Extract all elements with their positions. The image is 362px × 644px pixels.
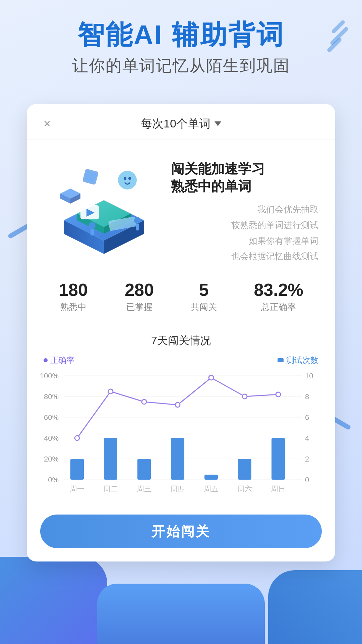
svg-text:60%: 60% [44, 413, 59, 422]
hero-section: 闯关能加速学习熟悉中的单词 我们会优先抽取 较熟悉的单词进行测试 如果你有掌握单… [27, 140, 335, 274]
svg-rect-43 [171, 438, 184, 480]
svg-point-18 [124, 177, 126, 180]
svg-point-47 [75, 436, 79, 440]
chart-container: 100% 80% 60% 40% 20% 0% 10 8 6 4 2 0 [40, 369, 322, 498]
card-header: × 每次10个单词 [27, 104, 335, 140]
svg-text:周一: 周一 [70, 485, 84, 493]
hero-description: 我们会优先抽取 较熟悉的单词进行测试 如果你有掌握单词 也会根据记忆曲线测试 [171, 202, 318, 264]
svg-text:40%: 40% [44, 434, 59, 442]
header-subtitle: 让你的单词记忆从陌生到巩固 [20, 55, 342, 76]
stat-familiar-label: 熟悉中 [59, 301, 88, 313]
svg-point-15 [134, 217, 141, 224]
svg-point-51 [209, 375, 214, 380]
svg-point-49 [142, 399, 146, 404]
main-card: × 每次10个单词 [27, 104, 335, 561]
svg-rect-16 [136, 224, 139, 230]
stat-familiar-number: 180 [59, 281, 88, 299]
session-label: 每次10个单词 [141, 116, 210, 131]
hero-illustration [44, 153, 164, 261]
header-title: 智能AI 辅助背词 [20, 20, 342, 50]
svg-text:80%: 80% [44, 392, 59, 401]
svg-text:0%: 0% [48, 476, 59, 484]
stat-mastered-number: 280 [125, 281, 154, 299]
chart-section: 7天闯关情况 正确率 测试次数 100% 80% 60% 40% 20% 0% [27, 323, 335, 504]
chart-title: 7天闯关情况 [40, 333, 322, 348]
stat-familiar: 180 熟悉中 [59, 281, 88, 313]
svg-text:0: 0 [305, 476, 309, 484]
svg-text:4: 4 [305, 434, 309, 442]
svg-text:周二: 周二 [103, 485, 118, 493]
legend-tests-label: 测试次数 [286, 355, 318, 366]
stat-challenges: 5 共闯关 [191, 281, 217, 313]
svg-point-50 [175, 402, 180, 407]
legend-accuracy: 正确率 [44, 355, 74, 366]
svg-rect-41 [104, 438, 117, 480]
hero-text: 闯关能加速学习熟悉中的单词 我们会优先抽取 较熟悉的单词进行测试 如果你有掌握单… [171, 153, 318, 264]
svg-text:周四: 周四 [170, 485, 185, 493]
legend-accuracy-label: 正确率 [50, 355, 74, 366]
svg-point-17 [118, 171, 137, 190]
stat-mastered: 280 已掌握 [125, 281, 154, 313]
svg-rect-46 [272, 438, 285, 480]
svg-point-48 [108, 389, 113, 394]
legend-tests: 测试次数 [278, 355, 318, 366]
start-button[interactable]: 开始闯关 [40, 515, 322, 548]
svg-point-19 [128, 177, 131, 180]
svg-text:6: 6 [305, 413, 309, 422]
svg-text:10: 10 [305, 372, 313, 380]
svg-point-13 [89, 222, 96, 229]
svg-text:周五: 周五 [204, 485, 219, 493]
session-selector[interactable]: 每次10个单词 [141, 116, 221, 131]
chevron-down-icon [215, 121, 221, 126]
svg-text:周三: 周三 [137, 485, 152, 493]
bottom-wave-center [97, 584, 265, 644]
svg-rect-42 [137, 459, 151, 480]
svg-text:100%: 100% [40, 372, 59, 380]
svg-rect-14 [90, 229, 94, 235]
legend-tests-rect [278, 358, 284, 362]
hero-heading: 闯关能加速学习熟悉中的单词 [171, 160, 318, 195]
svg-rect-45 [238, 459, 251, 480]
stat-challenges-number: 5 [191, 281, 217, 299]
stat-accuracy-label: 总正确率 [254, 301, 303, 313]
bottom-wave-right [268, 570, 362, 644]
svg-text:周六: 周六 [237, 485, 252, 493]
stat-mastered-label: 已掌握 [125, 301, 154, 313]
svg-text:周日: 周日 [271, 485, 286, 493]
svg-point-53 [276, 392, 281, 397]
bottom-wave-left [0, 557, 107, 644]
svg-rect-40 [70, 459, 84, 480]
stat-challenges-label: 共闯关 [191, 301, 217, 313]
header-section: 智能AI 辅助背词 让你的单词记忆从陌生到巩固 [0, 20, 362, 76]
svg-point-52 [242, 394, 247, 399]
svg-text:20%: 20% [44, 455, 59, 463]
legend-accuracy-dot [44, 358, 48, 362]
svg-text:2: 2 [305, 455, 309, 463]
chart-legend: 正确率 测试次数 [40, 355, 322, 366]
svg-rect-44 [204, 475, 218, 480]
close-button[interactable]: × [44, 117, 51, 131]
stats-row: 180 熟悉中 280 已掌握 5 共闯关 83.2% 总正确率 [27, 274, 335, 323]
header-title-text: 智能AI 辅助背词 [77, 20, 285, 50]
svg-text:8: 8 [305, 392, 309, 401]
stat-accuracy-number: 83.2% [254, 281, 303, 299]
stat-accuracy: 83.2% 总正确率 [254, 281, 303, 313]
